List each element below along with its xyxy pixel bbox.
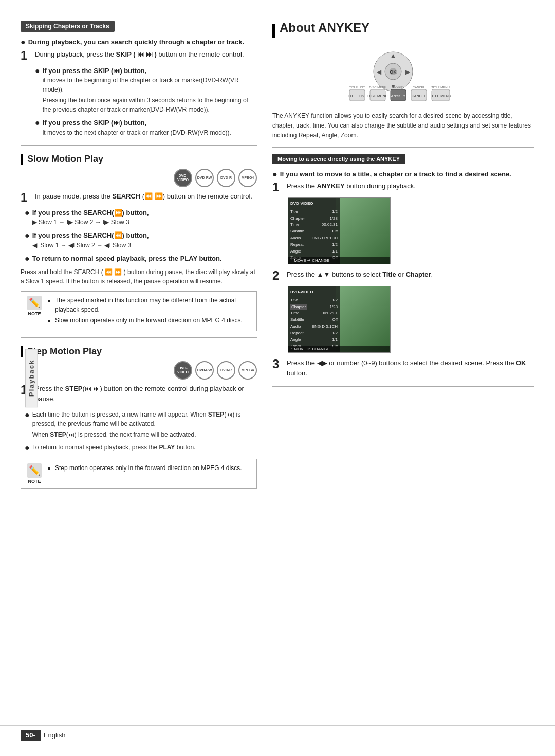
anykey-step2: 2 Press the ▲▼ buttons to select Title o… <box>272 269 534 282</box>
remote-svg: ▲ ▼ ◀ ▶ OK TITLE LIST DISC MENU ANYKEY C… <box>337 48 470 105</box>
svg-text:DISC MENU: DISC MENU <box>367 94 387 98</box>
divider-1 <box>21 145 257 146</box>
disc-icon-mpeg4: MPEG4 <box>238 169 257 187</box>
about-anykey-header: About ANYKEY <box>272 21 534 41</box>
right-column: About ANYKEY ▲ ▼ ◀ ▶ OK <box>272 21 534 720</box>
anykey-step1: 1 Press the ANYKEY button during playbac… <box>272 181 534 193</box>
step-motion-title: Step Motion Play <box>21 346 257 357</box>
note-icon: ✏️ <box>27 296 42 310</box>
step-note-icon: ✏️ <box>27 463 42 478</box>
anykey-intro-bullet: ● If you want to move to a title, a chap… <box>272 169 534 179</box>
svg-text:ANYKEY: ANYKEY <box>392 86 404 89</box>
skipping-badge: Skipping Chapters or Tracks <box>21 21 115 32</box>
svg-text:CANCEL: CANCEL <box>413 86 425 89</box>
step-disc-icon-mpeg4: MPEG4 <box>238 361 257 380</box>
skip-step1: 1 During playback, press the SKIP ( ⏮ ⏭ … <box>21 49 257 62</box>
slow-note-box: ✏️ NOTE The speed marked in this functio… <box>21 291 257 331</box>
bird-background-2 <box>336 286 390 352</box>
search-bwd-bullet: ● If you press the SEARCH(⏪) button, ◀I … <box>25 230 257 251</box>
screen-thumb-2: DVD-VIDEO Title1/2 Chapter1/28 Time00:02… <box>288 286 391 353</box>
bird-background <box>336 198 390 264</box>
svg-text:OK: OK <box>390 69 397 75</box>
disc-icon-dvd-rw: DVD-RW <box>195 169 214 187</box>
divider-2 <box>21 337 257 338</box>
page-number-badge: 50- <box>21 730 41 741</box>
svg-text:DISC MENU: DISC MENU <box>369 86 386 89</box>
skip-fwd-bullet: ● If you press the SKIP (⏭) button, it m… <box>35 118 257 139</box>
step-motion-section: Step Motion Play DVD-VIDEO DVD-RW DVD-R … <box>21 346 257 489</box>
remote-illustration-area: ▲ ▼ ◀ ▶ OK TITLE LIST DISC MENU ANYKEY C… <box>272 48 534 105</box>
screen-overlay-1: DVD-VIDEO Title1/2 Chapter1/28 Time00:02… <box>288 198 340 264</box>
screen-overlay-2: DVD-VIDEO Title1/2 Chapter1/28 Time00:02… <box>288 286 340 352</box>
svg-text:▲: ▲ <box>390 52 396 59</box>
divider-right-2 <box>272 386 534 387</box>
svg-text:TITLE LIST: TITLE LIST <box>349 86 365 89</box>
page-footer: 50- English <box>0 725 555 741</box>
step-disc-icon-dvd-video: DVD-VIDEO <box>174 361 192 380</box>
footer-language: English <box>44 731 66 739</box>
svg-text:TITLE MENU: TITLE MENU <box>431 86 450 89</box>
slow-motion-title: Slow Motion Play <box>21 154 257 165</box>
svg-text:CANCEL: CANCEL <box>412 94 427 98</box>
playback-sidebar-label: Playback <box>25 349 38 407</box>
disc-icon-dvd-video: DVD-VIDEO <box>174 169 192 187</box>
step-disc-icon-dvd-rw: DVD-RW <box>195 361 214 380</box>
step-step1: 1 Press the STEP(⏮ ⏭) button on the remo… <box>21 384 257 406</box>
search-fwd-bullet: ● If you press the SEARCH(⏩) button, ▶ S… <box>25 208 257 229</box>
anykey-step3: 3 Press the ◀▶ or number (0~9) buttons t… <box>272 358 534 380</box>
step-note-content: Step motion operates only in the forward… <box>48 463 252 484</box>
svg-text:◀: ◀ <box>377 68 382 76</box>
disc-icon-dvd-r: DVD-R <box>217 169 235 187</box>
return-playback-bullet: ● To return to normal speed playback, pr… <box>25 254 257 264</box>
main-content: Skipping Chapters or Tracks ● During pla… <box>0 21 555 720</box>
screen-thumb-1: DVD-VIDEO Title1/2 Chapter1/28 Time00:02… <box>288 197 391 264</box>
step-disc-icon-dvd-r: DVD-R <box>217 361 235 380</box>
skipping-section: Skipping Chapters or Tracks ● During pla… <box>21 21 257 139</box>
step-note-box: ✏️ NOTE Step motion operates only in the… <box>21 459 257 489</box>
slow-motion-section: Slow Motion Play DVD-VIDEO DVD-RW DVD-R … <box>21 154 257 332</box>
slow-hold-text: Press and hold the SEARCH ( ⏪ ⏩ ) button… <box>21 267 257 286</box>
skipping-intro: ● During playback, you can search quickl… <box>21 37 257 47</box>
page-container: Playback Skipping Chapters or Tracks ● D… <box>0 0 555 756</box>
skip-back-bullet: ● If you press the SKIP (⏮) button, it m… <box>35 66 257 116</box>
svg-text:ANYKEY: ANYKEY <box>391 94 406 98</box>
screen-label-bar-2: ↑ MOVE ↵ CHANGE <box>288 346 390 352</box>
svg-text:TITLE LIST: TITLE LIST <box>348 94 367 98</box>
about-anykey-title: About ANYKEY <box>280 21 369 35</box>
moving-scene-badge: Moving to a scene directly using the ANY… <box>272 154 405 164</box>
step-bullet2: ● To return to normal speed playback, pr… <box>25 443 257 454</box>
step-disc-icons: DVD-VIDEO DVD-RW DVD-R MPEG4 <box>21 361 257 380</box>
divider-right-1 <box>272 147 534 148</box>
svg-text:▶: ▶ <box>405 68 411 76</box>
slow-note-content: The speed marked in this function may be… <box>48 296 252 327</box>
title-bar-accent <box>272 24 275 38</box>
svg-text:TITLE MENU: TITLE MENU <box>430 94 451 98</box>
step-bullet1: ● Each time the button is pressed, a new… <box>25 410 257 441</box>
anykey-description: The ANYKEY function allows you to easily… <box>272 111 534 141</box>
slow-step1: 1 In pause mode, press the SEARCH (⏪ ⏩) … <box>21 191 257 204</box>
slow-disc-icons: DVD-VIDEO DVD-RW DVD-R MPEG4 <box>21 169 257 187</box>
screen-label-bar-1: ↑ MOVE ↵ CHANGE <box>288 257 390 264</box>
left-column: Skipping Chapters or Tracks ● During pla… <box>21 21 257 720</box>
